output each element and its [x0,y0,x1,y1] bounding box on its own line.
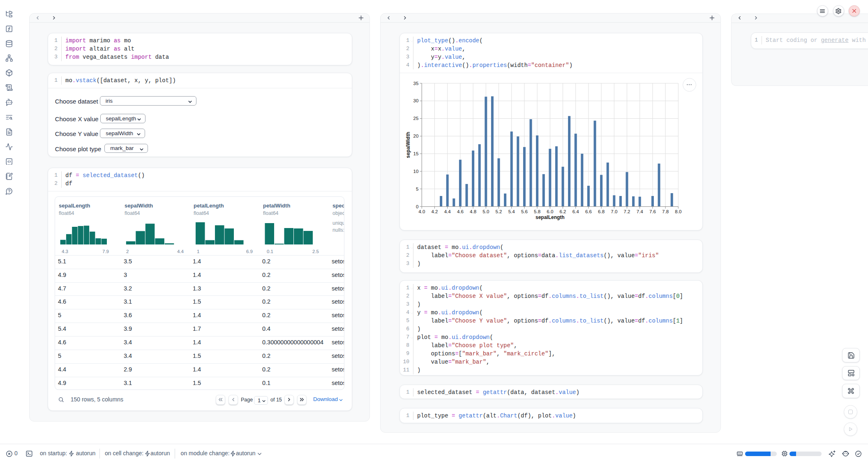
svg-text:25: 25 [413,116,418,121]
svg-text:7.8: 7.8 [662,209,669,214]
svg-text:5.4: 5.4 [508,209,515,214]
svg-text:4.8: 4.8 [470,209,476,214]
svg-text:sepalLength: sepalLength [535,214,564,220]
svg-text:7.6: 7.6 [649,209,656,214]
svg-text:4.2: 4.2 [431,209,438,214]
svg-text:8.0: 8.0 [675,209,681,214]
svg-text:4.6: 4.6 [457,209,463,214]
svg-text:6.4: 6.4 [572,209,579,214]
svg-text:0: 0 [416,204,418,209]
svg-text:6.8: 6.8 [598,209,605,214]
svg-text:7.4: 7.4 [636,209,643,214]
svg-text:30: 30 [413,98,418,103]
svg-text:6.0: 6.0 [547,209,553,214]
svg-text:4.0: 4.0 [418,209,425,214]
svg-text:7.0: 7.0 [611,209,617,214]
svg-text:35: 35 [413,81,418,86]
svg-text:5.8: 5.8 [534,209,540,214]
svg-text:5.6: 5.6 [521,209,527,214]
svg-text:10: 10 [413,169,418,174]
svg-text:7.2: 7.2 [623,209,630,214]
svg-text:4.4: 4.4 [444,209,451,214]
svg-text:5.0: 5.0 [482,209,489,214]
svg-text:5: 5 [416,187,418,191]
svg-text:6.2: 6.2 [559,209,566,214]
svg-text:6.6: 6.6 [585,209,591,214]
svg-text:sepalWidth: sepalWidth [405,132,411,158]
svg-text:20: 20 [413,134,418,138]
svg-text:5.2: 5.2 [495,209,502,214]
svg-text:15: 15 [413,151,418,156]
